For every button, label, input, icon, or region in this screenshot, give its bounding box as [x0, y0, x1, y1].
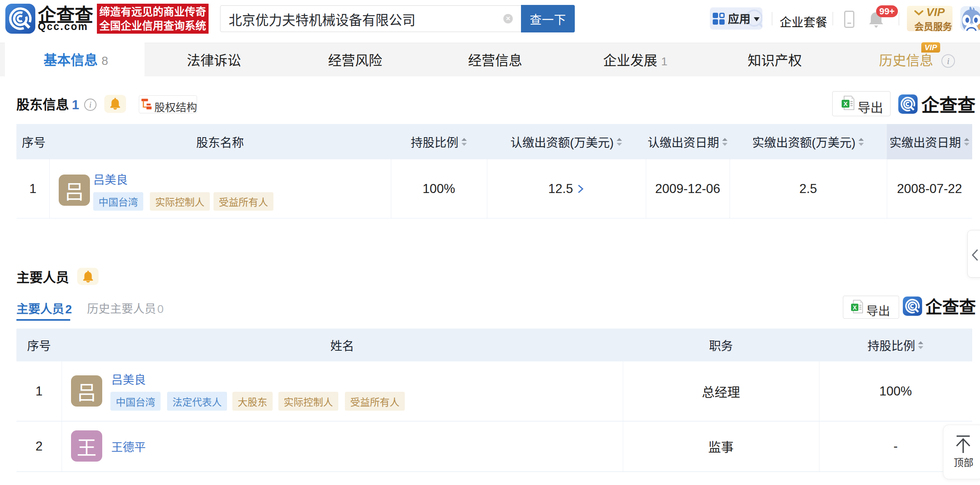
- svg-text:X: X: [843, 100, 847, 107]
- svg-text:X: X: [853, 304, 857, 311]
